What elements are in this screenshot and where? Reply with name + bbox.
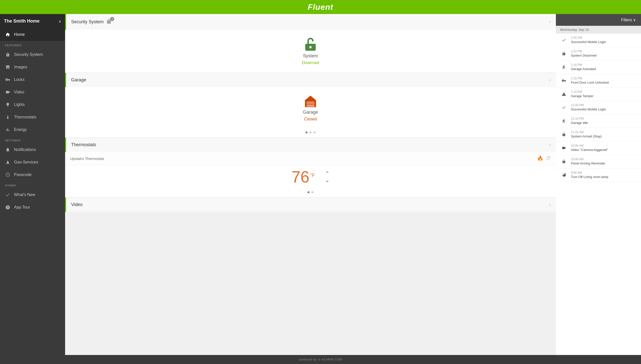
- activity-text-4: 1:15 PM Garage Tamper: [571, 90, 637, 98]
- garage-device-name: Garage: [303, 110, 318, 115]
- filters-label: Filters: [621, 18, 632, 22]
- sidebar-locks-label: Locks: [14, 77, 25, 82]
- activity-item[interactable]: 1:16 PM Front Door Lock Unlocked: [556, 74, 641, 88]
- sidebar-item-geo[interactable]: Geo-Services: [0, 156, 65, 168]
- sidebar-item-video[interactable]: Video: [0, 86, 65, 98]
- thermostat-device-header: Upstairs Thermostat 🔥 ⏱: [65, 152, 556, 165]
- therm-dot-1: [311, 191, 313, 193]
- sidebar-energy-label: Energy: [14, 127, 27, 132]
- therm-icon: [5, 114, 11, 120]
- security-section-header[interactable]: Security System 3 ›: [65, 14, 556, 30]
- filters-button[interactable]: Filters ∨: [621, 18, 636, 22]
- activity-item[interactable]: 1:15 PM Garage Tamper: [556, 88, 641, 101]
- sidebar-item-energy[interactable]: Energy: [0, 123, 65, 136]
- sidebar-thermostats-label: Thermostats: [14, 115, 36, 119]
- thermostat-device-name: Upstairs Thermostat: [70, 156, 104, 161]
- garage-section-header[interactable]: Garage ›: [65, 73, 556, 87]
- temp-value: 76°F: [291, 168, 315, 186]
- sidebar-item-images[interactable]: Images: [0, 61, 65, 73]
- filters-chevron-icon: ∨: [633, 18, 636, 22]
- activity-key-icon-3: [560, 77, 568, 85]
- sidebar-home-label: Home: [14, 32, 25, 37]
- activity-person-icon-2: [560, 63, 568, 71]
- activity-list: 2:25 PM Successful Mobile Login 2:22 PM …: [556, 34, 641, 355]
- key-icon: [5, 77, 11, 82]
- sidebar-lights-label: Lights: [14, 102, 25, 107]
- activity-lock-icon: [560, 50, 568, 58]
- garage-icon: [302, 95, 318, 108]
- activity-lock-icon-9: [560, 157, 568, 165]
- garage-device-card: Garage Closed: [65, 87, 556, 129]
- sidebar-notifications-label: Notifications: [14, 147, 36, 152]
- app-title: Fluent: [308, 3, 333, 12]
- sidebar-app-tour-label: App Tour: [14, 205, 30, 210]
- video-title: Video: [71, 202, 83, 207]
- activity-item[interactable]: 9:56 AM Turn Off Living room lamp: [556, 168, 641, 182]
- svg-rect-5: [306, 102, 314, 103]
- garage-dot-0: [305, 131, 307, 133]
- security-device-card: System Disarmed: [65, 30, 556, 73]
- activity-item[interactable]: 1:16 PM Garage Activated: [556, 61, 641, 74]
- activity-desc-9: Panel Arming Reminder: [571, 161, 637, 166]
- activity-text-1: 2:22 PM System Disarmed: [571, 50, 637, 58]
- app-tour-icon: [5, 205, 11, 210]
- activity-video-icon-8: [560, 144, 568, 152]
- sidebar-item-lights[interactable]: Lights: [0, 98, 65, 111]
- temp-down-arrow[interactable]: ⌄: [325, 177, 330, 183]
- activity-item[interactable]: 2:22 PM System Disarmed: [556, 47, 641, 61]
- activity-time-4: 1:15 PM: [571, 90, 637, 94]
- sidebar-item-whats-new[interactable]: What's New: [0, 189, 65, 201]
- activity-item[interactable]: 12:43 PM Successful Mobile Login: [556, 101, 641, 114]
- right-panel-header: Filters ∨: [556, 14, 641, 26]
- activity-time-10: 9:56 AM: [571, 171, 637, 174]
- garage-chevron-icon: ›: [549, 77, 551, 83]
- energy-icon: [5, 127, 11, 132]
- activity-text-9: 10:00 AM Panel Arming Reminder: [571, 157, 637, 166]
- sidebar-item-passcode[interactable]: Passcode: [0, 168, 65, 181]
- passcode-icon: [5, 172, 11, 177]
- video-icon: [5, 89, 11, 95]
- video-chevron-icon: ›: [549, 202, 551, 207]
- sidebar-item-security[interactable]: Security System: [0, 48, 65, 61]
- sidebar-item-locks[interactable]: Locks: [0, 73, 65, 86]
- images-icon: [5, 64, 11, 70]
- activity-item[interactable]: 12:18 PM Garage Idle: [556, 114, 641, 128]
- activity-desc-8: Video "Camera-triggered": [571, 148, 637, 152]
- sidebar-item-thermostats[interactable]: Thermostats: [0, 111, 65, 123]
- lock-icon: [5, 52, 11, 57]
- home-name: The Smith Home: [4, 19, 40, 24]
- svg-rect-7: [306, 105, 314, 107]
- sidebar-item-home[interactable]: Home: [0, 28, 65, 41]
- sidebar-whats-new-label: What's New: [14, 193, 35, 197]
- sidebar-item-app-tour[interactable]: App Tour: [0, 201, 65, 214]
- sidebar-item-notifications[interactable]: Notifications: [0, 143, 65, 156]
- security-badge: 3: [110, 17, 114, 21]
- main-layout: The Smith Home ∨ Home FEATURES Security …: [0, 14, 641, 355]
- therm-dot-0: [307, 191, 309, 193]
- thermostat-device-icons: 🔥 ⏱: [537, 155, 551, 161]
- activity-lock-icon-7: [560, 130, 568, 138]
- activity-item[interactable]: 10:00 AM Panel Arming Reminder: [556, 155, 641, 168]
- activity-time-2: 1:16 PM: [571, 63, 637, 67]
- activity-desc-1: System Disarmed: [571, 54, 637, 58]
- activity-item[interactable]: 2:25 PM Successful Mobile Login: [556, 34, 641, 47]
- svg-point-2: [309, 46, 311, 48]
- home-selector[interactable]: The Smith Home ∨: [0, 14, 65, 28]
- app-header: Fluent: [0, 0, 641, 14]
- activity-desc-6: Garage Idle: [571, 121, 637, 125]
- home-icon: [5, 32, 11, 37]
- other-label: OTHER: [0, 181, 65, 189]
- temp-up-arrow[interactable]: ⌃: [325, 171, 330, 176]
- security-title: Security System 3: [71, 19, 112, 25]
- activity-desc-0: Successful Mobile Login: [571, 40, 637, 44]
- sidebar-security-label: Security System: [14, 52, 43, 57]
- sidebar-images-label: Images: [14, 65, 27, 69]
- activity-item[interactable]: 10:06 AM Video "Camera-triggered": [556, 141, 641, 155]
- activity-item[interactable]: 11:31 AM System Armed (Stay): [556, 128, 641, 141]
- activity-time-6: 12:18 PM: [571, 117, 637, 120]
- thermostat-section-header[interactable]: Thermostats ›: [65, 138, 556, 152]
- activity-check-icon: [560, 36, 568, 44]
- activity-text-0: 2:25 PM Successful Mobile Login: [571, 36, 637, 44]
- video-section-header[interactable]: Video ›: [65, 198, 556, 212]
- garage-device-status: Closed: [304, 117, 317, 121]
